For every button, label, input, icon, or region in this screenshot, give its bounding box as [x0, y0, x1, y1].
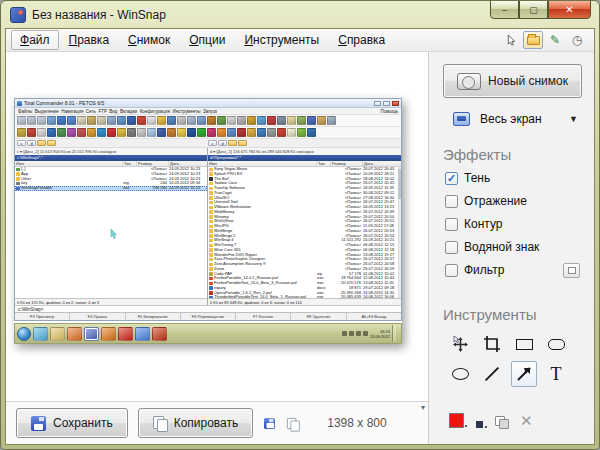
tc-toolbar-icon	[297, 116, 306, 125]
tc-drive-chip	[47, 140, 56, 146]
browser-icon	[33, 327, 48, 341]
tool-ellipse[interactable]	[447, 361, 473, 387]
tc-drive-button: d	[218, 140, 227, 146]
effect-checkbox[interactable]	[445, 241, 458, 254]
file-icon	[209, 282, 213, 286]
file-date: 24.09.2012 10:23	[169, 186, 207, 191]
tc-command-line: c:\WinSnap>	[15, 305, 401, 312]
tc-toolbar-icon	[247, 128, 256, 137]
timer-icon[interactable]: ◷	[567, 31, 587, 49]
captured-screenshot[interactable]: Total Commander 8.01 - PETOS 6/5 Файлы В…	[14, 98, 402, 344]
effect-row[interactable]: ✓Тень	[445, 171, 582, 185]
column-header: Дата	[363, 161, 401, 166]
menu-bar: ФайлПравкаСнимокОпцииИнструментыСправка …	[6, 29, 594, 52]
color-swatch[interactable]	[449, 413, 464, 428]
menu-item-3[interactable]: Снимок	[119, 30, 179, 50]
tc-toolbar-icon	[17, 128, 26, 137]
tc-toolbar-icon	[277, 116, 286, 125]
collapse-arrow-icon[interactable]: ▾	[421, 404, 425, 412]
menu-toolbar: ✎ ◷	[501, 31, 589, 49]
line-width-picker[interactable]	[476, 421, 483, 428]
quick-save-icon[interactable]	[264, 417, 275, 428]
file-type: exe	[317, 295, 331, 298]
window-content: ФайлПравкаСнимокОпцииИнструментыСправка …	[5, 28, 595, 445]
effect-row[interactable]: Водяной знак	[445, 240, 582, 254]
file-icon	[209, 277, 213, 281]
cursor-tool-icon[interactable]	[501, 31, 521, 49]
file-icon	[209, 234, 213, 238]
tc-toolbar-icon	[287, 116, 296, 125]
effect-checkbox[interactable]: ✓	[445, 172, 458, 185]
effect-checkbox[interactable]	[445, 264, 458, 277]
minimize-button[interactable]: –	[490, 0, 519, 19]
file-size: 20 385 639	[331, 295, 363, 298]
maximize-button[interactable]: ▢	[519, 0, 548, 19]
tc-toolbar-icon	[27, 116, 36, 125]
effect-row[interactable]: Фильтр	[445, 263, 582, 277]
file-icon	[209, 291, 213, 295]
file-icon	[209, 272, 213, 276]
tc-toolbar-icon	[167, 128, 176, 137]
camera-icon	[457, 73, 481, 90]
menu-item-6[interactable]: Справка	[329, 30, 394, 50]
winsnap-icon	[84, 327, 99, 341]
file-icon	[209, 206, 213, 210]
tc-toolbar-icon	[197, 116, 206, 125]
menu-item-4[interactable]: Опции	[180, 30, 234, 50]
preview-canvas[interactable]: Total Commander 8.01 - PETOS 6/5 Файлы В…	[6, 52, 428, 401]
side-panel: Новый снимок Весь экран ▼ Эффекты ✓ТеньО…	[429, 52, 594, 444]
tc-toolbar-icon	[67, 128, 76, 137]
capture-mode-select[interactable]: Весь экран ▼	[453, 112, 578, 126]
layers-icon[interactable]	[495, 416, 508, 428]
delete-icon[interactable]: ✕	[520, 413, 533, 428]
effect-row[interactable]: Отражение	[445, 194, 582, 208]
tool-text[interactable]: T	[543, 361, 569, 387]
column-header: Размер	[331, 161, 363, 166]
effect-label: Фильтр	[464, 263, 504, 277]
filter-settings-button[interactable]	[563, 263, 580, 278]
new-snapshot-icon[interactable]	[523, 31, 543, 49]
column-header: Тип	[317, 161, 331, 166]
tc-toolbar-icon	[77, 128, 86, 137]
tc-toolbar-icon	[167, 116, 176, 125]
menu-item-1[interactable]: Файл	[11, 30, 59, 50]
file-icon	[16, 187, 20, 191]
tc-toolbar-icon	[307, 128, 316, 137]
new-snapshot-button[interactable]: Новый снимок	[443, 64, 582, 98]
chevron-down-icon[interactable]: ▼	[569, 114, 578, 124]
file-icon	[209, 239, 213, 243]
effect-checkbox[interactable]	[445, 218, 458, 231]
menu-item-5[interactable]: Инструменты	[235, 30, 328, 50]
close-button[interactable]: ✕	[548, 0, 591, 19]
copy-icon	[153, 416, 167, 431]
tool-rectangle[interactable]	[511, 331, 537, 357]
tool-line[interactable]	[479, 361, 505, 387]
effect-row[interactable]: Контур	[445, 217, 582, 231]
quick-copy-icon[interactable]	[287, 417, 298, 428]
tc-drive-buttons-right: cd	[208, 140, 399, 146]
tool-rounded-rectangle[interactable]	[543, 331, 569, 357]
file-icon	[209, 191, 213, 195]
edit-annotate-icon[interactable]: ✎	[545, 31, 565, 49]
file-name: ThunderbirdPortableTest_14.0_Beta_1_Russ…	[214, 295, 317, 298]
tool-crop[interactable]	[479, 331, 505, 357]
tc-toolbar-row1	[15, 115, 401, 127]
menu-item-2[interactable]: Правка	[60, 30, 119, 50]
taskbar-icons	[33, 327, 167, 341]
file-icon	[209, 201, 213, 205]
copy-button[interactable]: Копировать	[138, 408, 254, 438]
image-dimensions: 1398 x 800	[327, 416, 386, 430]
tc-toolbar-icon	[127, 116, 136, 125]
save-button[interactable]: Сохранить	[16, 408, 128, 438]
tc-toolbar-icon	[257, 116, 266, 125]
tool-arrow[interactable]	[511, 361, 537, 387]
tool-move[interactable]	[447, 331, 473, 357]
tc-drive-buttons-left: cd	[17, 140, 208, 146]
effect-checkbox[interactable]	[445, 195, 458, 208]
tc-toolbar-icon	[177, 128, 186, 137]
tc-maximize-button	[383, 101, 390, 106]
messenger-icon	[135, 327, 150, 341]
tc-toolbar-icon	[327, 116, 336, 125]
tc-left-panel: c ▾ [Диск_2] 15 613 904 Кб из 25 551 996…	[15, 148, 208, 305]
tc-toolbar-icon	[237, 128, 246, 137]
